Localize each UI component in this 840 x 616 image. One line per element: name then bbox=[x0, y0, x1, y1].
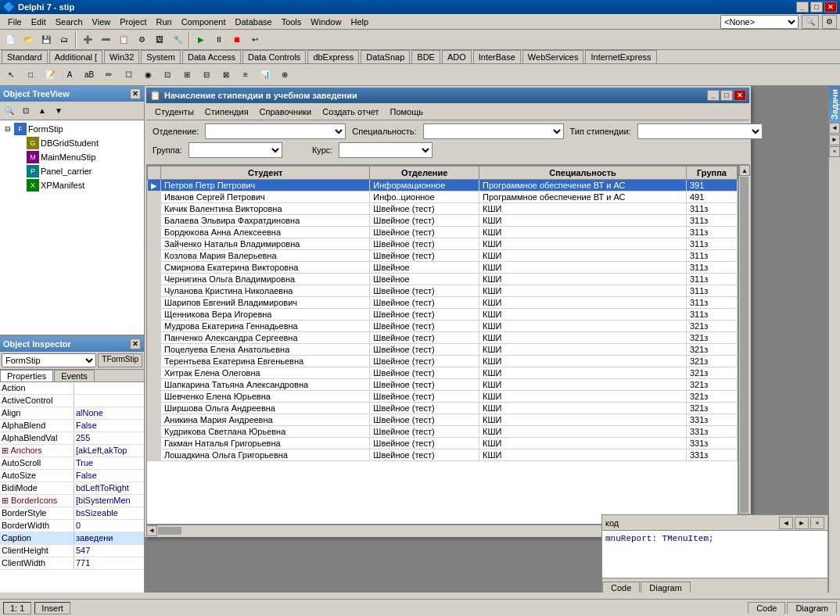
btn-stop[interactable]: ⏹ bbox=[228, 31, 246, 48]
table-row[interactable]: Мудрова Екатерина ГеннадьевнаШвейное (те… bbox=[148, 321, 738, 332]
inspector-close-btn[interactable]: ✕ bbox=[130, 338, 141, 349]
tree-btn1[interactable]: 🔍 bbox=[2, 104, 17, 118]
inspector-tab-events[interactable]: Events bbox=[54, 370, 95, 381]
prop-autosize[interactable]: AutoSize False bbox=[0, 470, 144, 482]
table-row[interactable]: Шапкарина Татьяна АлександровнаШвейное (… bbox=[148, 379, 738, 391]
table-row[interactable]: Чуланова Кристина НиколаевнаШвейное (тес… bbox=[148, 285, 738, 297]
menu-students[interactable]: Студенты bbox=[149, 105, 199, 119]
inspector-object-combo[interactable]: FormStip bbox=[2, 353, 96, 367]
comp-btn4[interactable]: aB bbox=[80, 66, 99, 84]
prop-val-ab[interactable]: False bbox=[74, 420, 144, 432]
table-row[interactable]: Хитрак Елена ОлеговнаШвейное (тест)КШИ32… bbox=[148, 367, 738, 379]
btn-run[interactable]: ▶ bbox=[192, 31, 210, 48]
btn-remove[interactable]: ➖ bbox=[97, 31, 114, 48]
scroll-thumb[interactable] bbox=[740, 177, 748, 513]
prop-bordericons[interactable]: ⊞ BorderIcons [biSystemMen bbox=[0, 495, 144, 507]
btn-new[interactable]: 📄 bbox=[2, 31, 19, 48]
menu-spravochniki[interactable]: Справочники bbox=[254, 105, 318, 119]
comp-btn9[interactable]: ⊞ bbox=[178, 66, 196, 84]
scroll-up-btn[interactable]: ▲ bbox=[739, 165, 750, 176]
prop-abval[interactable]: AlphaBlendVal 255 bbox=[0, 432, 144, 445]
comp-btn7[interactable]: ◉ bbox=[138, 66, 157, 84]
comp-btn11[interactable]: ⊠ bbox=[217, 66, 235, 84]
table-row[interactable]: Щенникова Вера ИгоревнаШвейное (тест)КШИ… bbox=[148, 309, 738, 321]
tab-standard[interactable]: Standard bbox=[2, 50, 48, 63]
comp-btn2[interactable]: 📝 bbox=[41, 66, 59, 84]
prop-clientheight[interactable]: ClientHeight 547 bbox=[0, 545, 144, 557]
comp-btn3[interactable]: A bbox=[60, 66, 79, 84]
prop-anchors[interactable]: ⊞ Anchors [akLeft,akTop bbox=[0, 445, 144, 457]
otdelenie-combo[interactable] bbox=[205, 124, 346, 139]
h-scroll-thumb[interactable] bbox=[158, 527, 181, 535]
prop-clientwidth[interactable]: ClientWidth 771 bbox=[0, 557, 144, 570]
prop-val-autosize[interactable]: False bbox=[74, 470, 144, 482]
table-row[interactable]: Гакман Наталья ГригорьевнаШвейное (тест)… bbox=[148, 438, 738, 449]
tab-datasnap[interactable]: DataSnap bbox=[361, 50, 410, 63]
table-row[interactable]: Козлова Мария ВалерьевнаШвейное (тест)КШ… bbox=[148, 250, 738, 262]
comp-btn12[interactable]: ≡ bbox=[236, 66, 255, 84]
menu-help[interactable]: Помощь bbox=[385, 105, 429, 119]
prop-borderstyle[interactable]: BorderStyle bsSizeable bbox=[0, 507, 144, 520]
prop-action[interactable]: Action bbox=[0, 382, 144, 395]
code-content[interactable]: mnuReport: TMenuItem; bbox=[602, 531, 827, 578]
prop-borderwidth[interactable]: BorderWidth 0 bbox=[0, 520, 144, 532]
right-nav-left[interactable]: ◄ bbox=[829, 123, 840, 134]
btn-proj[interactable]: 📋 bbox=[115, 31, 132, 48]
tab-dbexpress[interactable]: dbExpress bbox=[307, 50, 359, 63]
treeview-close-btn[interactable]: ✕ bbox=[130, 88, 141, 99]
tree-btn-down[interactable]: ▼ bbox=[51, 104, 66, 118]
data-grid-container[interactable]: Студент Отделение Специальность Группа ▶… bbox=[146, 165, 738, 525]
table-row[interactable]: Зайченко Наталья ВладимировнаШвейное (те… bbox=[148, 238, 738, 250]
prop-val-bidi[interactable]: bdLeftToRight bbox=[74, 482, 144, 494]
menu-search[interactable]: Search bbox=[51, 16, 88, 27]
kurs-combo[interactable] bbox=[339, 142, 433, 158]
form-minimize-btn[interactable]: _ bbox=[707, 90, 720, 101]
tree-btn-up[interactable]: ▲ bbox=[34, 104, 50, 118]
prop-val-autoscroll[interactable]: True bbox=[74, 457, 144, 469]
prop-val-bi[interactable]: [biSystemMen bbox=[74, 495, 144, 507]
btn-step[interactable]: ↩ bbox=[246, 31, 264, 48]
tree-item-mainmenustip[interactable]: + M MainMenuStip bbox=[2, 150, 142, 164]
comp-pointer[interactable]: ↖ bbox=[2, 66, 20, 84]
menu-component[interactable]: Component bbox=[177, 16, 231, 27]
col-otdelenie[interactable]: Отделение bbox=[370, 167, 479, 180]
menu-create-report[interactable]: Создать отчет bbox=[317, 105, 384, 119]
table-row[interactable]: Терентьева Екатерина ЕвгеньевнаШвейное (… bbox=[148, 356, 738, 367]
inspector-tab-properties[interactable]: Properties bbox=[0, 370, 53, 381]
close-btn[interactable]: ✕ bbox=[824, 2, 837, 13]
tab-diagram[interactable]: Diagram bbox=[641, 582, 691, 593]
table-row[interactable]: Поцелуева Елена АнатольевнаШвейное (тест… bbox=[148, 344, 738, 356]
tab-bde[interactable]: BDE bbox=[411, 50, 440, 63]
right-nav-right[interactable]: ► bbox=[829, 134, 840, 145]
specialnost-combo[interactable] bbox=[423, 124, 564, 139]
table-row[interactable]: Смирнова Екатерина ВикторовнаШвейноеКШИ3… bbox=[148, 262, 738, 274]
col-student[interactable]: Студент bbox=[161, 167, 370, 180]
table-row[interactable]: Иванов Сергей ПетровичИнфо..ционноеПрогр… bbox=[148, 192, 738, 203]
tab-data-access[interactable]: Data Access bbox=[182, 50, 241, 63]
code-nav-close[interactable]: × bbox=[810, 517, 824, 529]
col-specialnost[interactable]: Специальность bbox=[479, 167, 687, 180]
table-row[interactable]: Аникина Мария АндреевнаШвейное (тест)КШИ… bbox=[148, 414, 738, 426]
btn-saveall[interactable]: 🗂 bbox=[56, 31, 73, 48]
bottom-tab-diagram[interactable]: Diagram bbox=[787, 602, 837, 614]
tab-webservices[interactable]: WebServices bbox=[522, 50, 584, 63]
grid-scrollbar[interactable]: ▲ ▼ bbox=[738, 165, 749, 525]
prop-bidimode[interactable]: BidiMode bdLeftToRight bbox=[0, 482, 144, 495]
menu-stipendia[interactable]: Стипендия bbox=[199, 105, 254, 119]
tab-interbase[interactable]: InterBase bbox=[473, 50, 521, 63]
table-row[interactable]: Чернигина Ольга ВладимировнаШвейноеКШИ31… bbox=[148, 274, 738, 285]
right-nav-close[interactable]: × bbox=[829, 146, 840, 157]
btn-save[interactable]: 💾 bbox=[38, 31, 55, 48]
table-row[interactable]: Балаева Эльвира ФахратдиновнаШвейное (те… bbox=[148, 215, 738, 227]
btn-options[interactable]: ⚙ bbox=[133, 31, 150, 48]
tab-data-controls[interactable]: Data Controls bbox=[242, 50, 306, 63]
menu-file[interactable]: File bbox=[3, 16, 27, 27]
menu-database[interactable]: Database bbox=[231, 16, 277, 27]
prop-val-anchors[interactable]: [akLeft,akTop bbox=[74, 445, 144, 457]
comp-btn6[interactable]: ☐ bbox=[119, 66, 138, 84]
prop-val-bs[interactable]: bsSizeable bbox=[74, 507, 144, 519]
none-combo[interactable]: <None> bbox=[720, 15, 799, 29]
table-row[interactable]: Шевченко Елена ЮрьевнаШвейное (тест)КШИ3… bbox=[148, 391, 738, 403]
prop-activecontrol[interactable]: ActiveControl bbox=[0, 395, 144, 407]
maximize-btn[interactable]: □ bbox=[810, 2, 823, 13]
